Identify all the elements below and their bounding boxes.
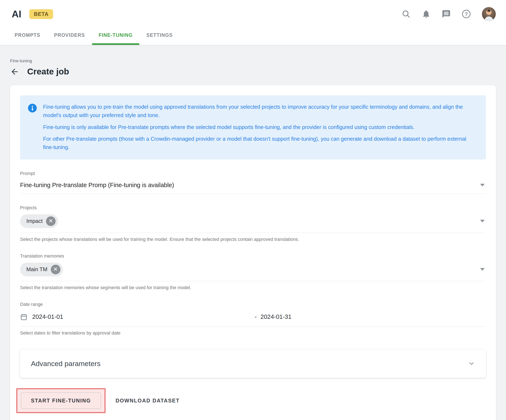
page-body: Fine-tuning Create job Fine-tuning allow… bbox=[0, 58, 506, 420]
help-icon[interactable]: ? bbox=[462, 9, 471, 19]
header-icons: ? bbox=[401, 7, 496, 21]
close-icon[interactable]: ✕ bbox=[51, 265, 60, 274]
info-icon bbox=[28, 104, 37, 152]
active-tab-indicator bbox=[92, 43, 140, 45]
tab-bar: PROMPTS PROVIDERS FINE-TUNING SETTINGS bbox=[0, 23, 506, 45]
info-text-block: Fine-tuning allows you to pre-train the … bbox=[43, 103, 477, 152]
translation-memories-field: Translation memories Main TM ✕ Select th… bbox=[20, 253, 486, 290]
svg-text:?: ? bbox=[465, 11, 468, 17]
bell-icon[interactable] bbox=[422, 9, 431, 19]
chat-icon[interactable] bbox=[442, 9, 451, 19]
tab-label: SETTINGS bbox=[146, 32, 173, 38]
breadcrumb: Fine-tuning bbox=[10, 58, 496, 63]
prompt-selected-value: Fine-tuning Pre-translate Promp (Fine-tu… bbox=[20, 182, 174, 189]
back-arrow-icon[interactable] bbox=[10, 67, 19, 76]
tab-label: FINE-TUNING bbox=[99, 32, 133, 38]
info-box: Fine-tuning allows you to pre-train the … bbox=[20, 95, 486, 160]
tab-fine-tuning[interactable]: FINE-TUNING bbox=[99, 29, 133, 45]
date-start-value: 2024-01-01 bbox=[32, 313, 63, 320]
page-title: Create job bbox=[27, 67, 69, 77]
date-range-hint: Select dates to filter translations by a… bbox=[20, 330, 486, 336]
prompt-field: Prompt Fine-tuning Pre-translate Promp (… bbox=[20, 171, 486, 194]
logo-group: AI BETA bbox=[12, 8, 53, 20]
date-end-input[interactable]: - 2024-01-31 bbox=[255, 313, 292, 320]
annotation-highlight: START FINE-TUNING bbox=[16, 388, 106, 413]
caret-down-icon bbox=[480, 220, 485, 222]
caret-down-icon bbox=[480, 184, 485, 187]
info-paragraph: Fine-tuning is only available for Pre-tr… bbox=[43, 123, 477, 132]
date-range-field: Date range 2024-01-01 - 2024-01-31 Selec bbox=[20, 302, 486, 336]
create-job-card: Fine-tuning allows you to pre-train the … bbox=[10, 85, 496, 420]
app-header: AI BETA bbox=[0, 0, 506, 45]
tab-label: PROMPTS bbox=[15, 32, 40, 38]
header-top-row: AI BETA bbox=[0, 0, 506, 23]
projects-select[interactable]: Impact ✕ bbox=[20, 211, 486, 233]
download-dataset-button[interactable]: DOWNLOAD DATASET bbox=[116, 398, 180, 404]
tab-providers[interactable]: PROVIDERS bbox=[54, 29, 85, 45]
caret-down-icon bbox=[480, 268, 485, 271]
tm-chip: Main TM ✕ bbox=[20, 263, 63, 276]
chevron-down-icon bbox=[468, 360, 475, 367]
prompt-label: Prompt bbox=[20, 171, 486, 176]
tab-prompts[interactable]: PROMPTS bbox=[15, 29, 40, 45]
projects-field: Projects Impact ✕ Select the projects wh… bbox=[20, 205, 486, 242]
translation-memories-hint: Select the translation memories whose se… bbox=[20, 285, 486, 290]
start-fine-tuning-button[interactable]: START FINE-TUNING bbox=[21, 392, 101, 409]
prompt-select[interactable]: Fine-tuning Pre-translate Promp (Fine-tu… bbox=[20, 176, 486, 194]
project-chip-label: Impact bbox=[26, 218, 43, 224]
date-range-row: 2024-01-01 - 2024-01-31 bbox=[20, 307, 486, 327]
info-paragraph: For other Pre-translate prompts (those w… bbox=[43, 135, 477, 152]
tab-label: PROVIDERS bbox=[54, 32, 85, 38]
date-end-value: 2024-01-31 bbox=[260, 313, 291, 320]
advanced-parameters-label: Advanced parameters bbox=[31, 360, 100, 368]
actions-row: START FINE-TUNING DOWNLOAD DATASET bbox=[20, 388, 486, 413]
translation-memories-label: Translation memories bbox=[20, 253, 486, 259]
search-icon[interactable] bbox=[401, 9, 411, 19]
info-paragraph: Fine-tuning allows you to pre-train the … bbox=[43, 103, 477, 120]
calendar-icon bbox=[20, 313, 27, 321]
date-start-input[interactable]: 2024-01-01 bbox=[20, 313, 255, 321]
close-icon[interactable]: ✕ bbox=[46, 216, 56, 226]
projects-label: Projects bbox=[20, 205, 486, 211]
tab-settings[interactable]: SETTINGS bbox=[146, 29, 173, 45]
translation-memories-select[interactable]: Main TM ✕ bbox=[20, 259, 486, 281]
date-range-label: Date range bbox=[20, 302, 486, 307]
beta-badge: BETA bbox=[29, 9, 53, 19]
projects-hint: Select the projects whose translations w… bbox=[20, 237, 486, 242]
date-separator: - bbox=[255, 313, 257, 320]
app-logo: AI bbox=[12, 8, 21, 20]
project-chip: Impact ✕ bbox=[20, 214, 58, 228]
avatar[interactable] bbox=[482, 7, 496, 21]
tm-chip-label: Main TM bbox=[26, 266, 47, 273]
title-row: Create job bbox=[10, 67, 496, 77]
advanced-parameters-accordion[interactable]: Advanced parameters bbox=[20, 350, 486, 378]
